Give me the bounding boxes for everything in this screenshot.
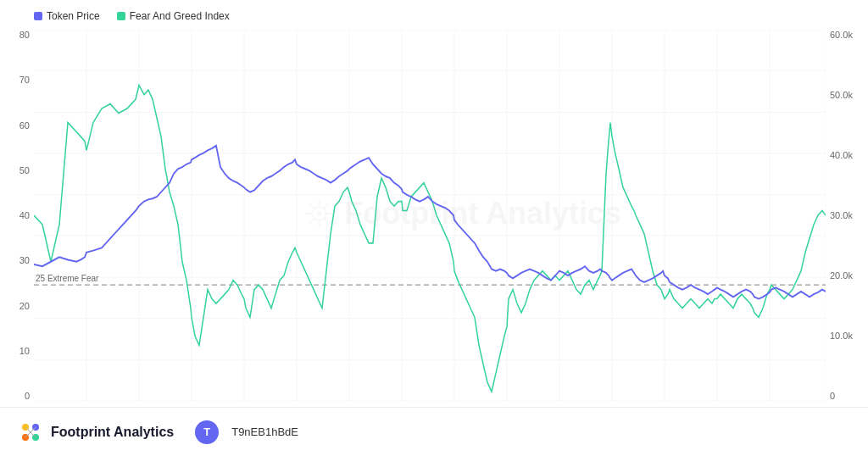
svg-text:25 Extreme Fear: 25 Extreme Fear	[36, 273, 99, 282]
chart-legend: Token Price Fear And Greed Index	[34, 10, 230, 22]
y-axis-right: 60.0k 50.0k 40.0k 30.0k 20.0k 10.0k 0	[826, 30, 868, 401]
footer-avatar: T	[195, 420, 219, 444]
legend-dot-green	[117, 12, 125, 20]
legend-dot-blue	[34, 12, 42, 20]
footer-user-id: T9nEB1hBdE	[231, 425, 298, 438]
legend-fear-greed: Fear And Greed Index	[117, 10, 230, 22]
green-line	[34, 86, 826, 392]
chart-area: 25 Extreme Fear	[34, 30, 826, 401]
legend-label-token-price: Token Price	[47, 10, 100, 22]
chart-svg: 25 Extreme Fear	[34, 30, 826, 401]
footer-avatar-label: T	[203, 425, 210, 438]
footer: Footprint Analytics T T9nEB1hBdE	[0, 407, 868, 456]
legend-label-fear-greed: Fear And Greed Index	[130, 10, 230, 22]
blue-line	[34, 146, 826, 299]
footer-logo: Footprint Analytics	[17, 419, 174, 446]
y-axis-left: 80 70 60 50 40 30 20 10 0	[0, 30, 34, 401]
logo-icon	[17, 419, 44, 446]
legend-token-price: Token Price	[34, 10, 100, 22]
chart-container: Token Price Fear And Greed Index 80 70 6…	[0, 0, 868, 456]
footer-brand-text: Footprint Analytics	[51, 425, 174, 440]
